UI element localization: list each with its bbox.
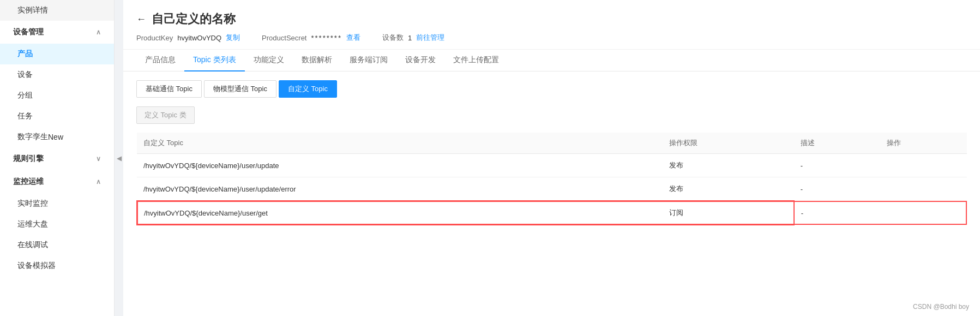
sidebar-item-rule-engine[interactable]: 规则引擎 ∨ [0,147,114,170]
sidebar-item-device-mgmt[interactable]: 设备管理 ∧ [0,21,114,44]
product-secret-label: ProductSecret [262,34,306,42]
sub-tab-custom-topic[interactable]: 自定义 Topic [279,80,337,98]
sub-tab-model-topic[interactable]: 物模型通信 Topic [204,80,276,98]
rule-engine-arrow: ∨ [96,155,101,163]
product-secret-value: ******** [311,34,341,42]
tab-product-info[interactable]: 产品信息 [136,50,184,71]
sidebar-item-device[interactable]: 设备 [0,64,114,85]
view-link[interactable]: 查看 [346,33,360,43]
tab-device-dev[interactable]: 设备开发 [396,50,444,71]
topic-table: 自定义 Topic 操作权限 描述 操作 /hvyitwOvYDQ/${devi… [136,133,967,225]
content-area: 基础通信 Topic 物模型通信 Topic 自定义 Topic 定义 Topi… [123,71,980,316]
sidebar-item-ops-dashboard[interactable]: 运维大盘 [0,214,114,235]
desc-cell: - [794,201,881,225]
action-cell [880,177,967,201]
sidebar-item-instance-detail[interactable]: 实例详情 [0,0,114,21]
sidebar-item-product[interactable]: 产品 [0,44,114,64]
permission-cell: 订阅 [663,201,794,225]
table-header: 自定义 Topic 操作权限 描述 操作 [137,133,967,154]
page-header: ← 自己定义的名称 ProductKey hvyitwOvYDQ 复制 Prod… [123,0,980,50]
device-count-item: 设备数 1 前往管理 [382,33,444,43]
desc-cell: - [794,177,881,201]
manage-link[interactable]: 前往管理 [416,33,444,43]
main-content: ← 自己定义的名称 ProductKey hvyitwOvYDQ 复制 Prod… [123,0,980,316]
table-row: /hvyitwOvYDQ/${deviceName}/user/update 发… [137,154,967,177]
sidebar-item-task[interactable]: 任务 [0,106,114,127]
footer-credit: CSDN @Bodhi boy [913,303,969,311]
table-body: /hvyitwOvYDQ/${deviceName}/user/update 发… [137,154,967,225]
desc-cell: - [794,154,881,177]
tab-func-def[interactable]: 功能定义 [245,50,293,71]
col-desc: 描述 [794,133,881,154]
permission-cell: 发布 [663,154,794,177]
copy-link[interactable]: 复制 [226,33,240,43]
device-count-value: 1 [408,34,412,42]
col-permission: 操作权限 [663,133,794,154]
action-cell [880,154,967,177]
page-title: 自己定义的名称 [152,11,236,27]
sidebar-item-online-debug[interactable]: 在线调试 [0,235,114,255]
define-topic-btn[interactable]: 定义 Topic 类 [136,106,195,124]
col-topic: 自定义 Topic [137,133,663,154]
meta-row: ProductKey hvyitwOvYDQ 复制 ProductSecret … [136,33,967,43]
sidebar-item-realtime-monitor[interactable]: 实时监控 [0,193,114,214]
sub-tabs-bar: 基础通信 Topic 物模型通信 Topic 自定义 Topic [136,80,967,98]
device-count-label: 设备数 [382,33,404,43]
sidebar-collapse-btn[interactable]: ◀ [115,0,123,316]
monitor-ops-arrow: ∧ [96,178,101,186]
sidebar-item-group[interactable]: 分组 [0,85,114,106]
device-mgmt-arrow: ∧ [96,28,101,36]
tab-service-sub[interactable]: 服务端订阅 [341,50,396,71]
tab-topic-list[interactable]: Topic 类列表 [184,50,245,71]
topic-cell: /hvyitwOvYDQ/${deviceName}/user/get [137,201,663,225]
permission-cell: 发布 [663,177,794,201]
product-key-item: ProductKey hvyitwOvYDQ 复制 [136,33,240,43]
sidebar-item-device-simulator[interactable]: 设备模拟器 [0,255,114,276]
sub-tab-basic-topic[interactable]: 基础通信 Topic [136,80,202,98]
sidebar-item-digital-twin[interactable]: 数字孪生 New [0,127,114,147]
topic-cell: /hvyitwOvYDQ/${deviceName}/user/update [137,154,663,177]
sidebar: 实例详情 设备管理 ∧ 产品 设备 分组 任务 数字孪生 New 规则引擎 ∨ … [0,0,115,316]
action-cell [880,201,967,225]
table-row: /hvyitwOvYDQ/${deviceName}/user/update/e… [137,177,967,201]
sidebar-item-monitor-ops[interactable]: 监控运维 ∧ [0,170,114,193]
table-row-highlighted: /hvyitwOvYDQ/${deviceName}/user/get 订阅 - [137,201,967,225]
new-badge: New [48,133,63,141]
product-secret-item: ProductSecret ******** 查看 [262,33,360,43]
tab-file-upload[interactable]: 文件上传配置 [444,50,508,71]
back-button[interactable]: ← [136,14,146,25]
product-key-value: hvyitwOvYDQ [177,34,221,42]
product-key-label: ProductKey [136,34,173,42]
tabs-bar: 产品信息 Topic 类列表 功能定义 数据解析 服务端订阅 设备开发 文件上传… [123,50,980,71]
tab-data-parse[interactable]: 数据解析 [293,50,341,71]
topic-cell: /hvyitwOvYDQ/${deviceName}/user/update/e… [137,177,663,201]
col-action: 操作 [880,133,967,154]
